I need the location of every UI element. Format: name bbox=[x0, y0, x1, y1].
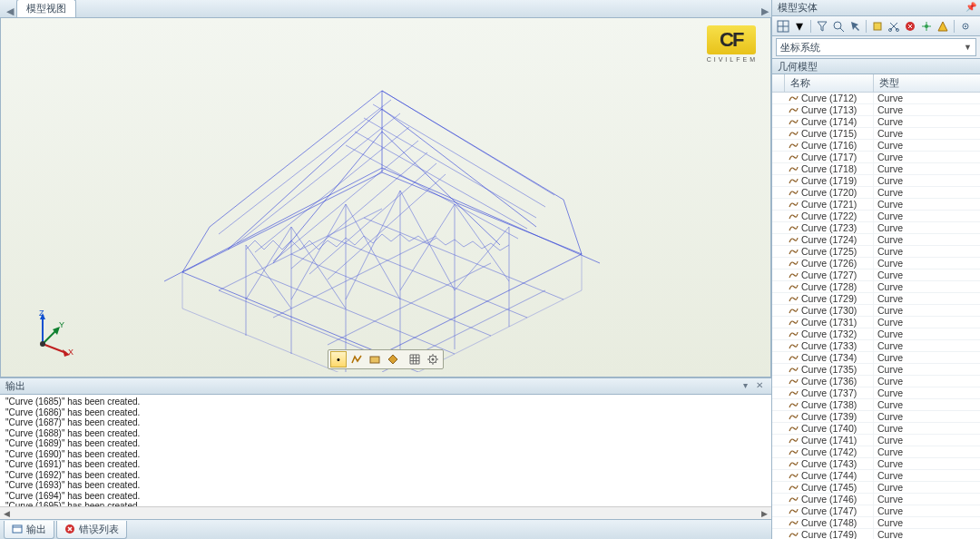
table-row[interactable]: Curve (1720)Curve bbox=[772, 187, 980, 199]
coord-system-dropdown[interactable]: 坐标系统 ▼ bbox=[776, 38, 976, 56]
output-pin-icon[interactable]: ▾ bbox=[739, 380, 751, 393]
geometry-section-header[interactable]: 几何模型 bbox=[772, 58, 980, 74]
table-row[interactable]: Curve (1740)Curve bbox=[772, 423, 980, 435]
entity-type-cell: Curve bbox=[874, 505, 980, 516]
table-row[interactable]: Curve (1722)Curve bbox=[772, 211, 980, 222]
entity-type-cell: Curve bbox=[874, 104, 980, 115]
entity-panel-pin-icon[interactable]: 📌 bbox=[965, 2, 976, 12]
table-row[interactable]: Curve (1745)Curve bbox=[772, 482, 980, 494]
table-row[interactable]: Curve (1734)Curve bbox=[772, 352, 980, 364]
toolbar-delete-icon[interactable] bbox=[903, 19, 917, 34]
toolbar-grid-icon[interactable] bbox=[776, 19, 790, 34]
svg-line-10 bbox=[355, 132, 527, 229]
svg-line-27 bbox=[455, 227, 509, 290]
tab-prev-arrow[interactable]: ◀ bbox=[4, 5, 16, 17]
entity-name-text: Curve (1718) bbox=[801, 163, 857, 174]
toolbar-select-icon[interactable] bbox=[848, 19, 862, 34]
curve-icon bbox=[789, 470, 799, 481]
toolbar-warn-icon[interactable] bbox=[936, 19, 950, 34]
output-hscroll[interactable]: ◀ ▶ bbox=[0, 506, 771, 519]
table-row[interactable]: Curve (1736)Curve bbox=[772, 376, 980, 387]
entity-name-cell: Curve (1730) bbox=[785, 305, 874, 316]
table-row[interactable]: Curve (1742)Curve bbox=[772, 446, 980, 458]
table-row[interactable]: Curve (1714)Curve bbox=[772, 116, 980, 128]
entity-name-cell: Curve (1717) bbox=[785, 152, 874, 162]
curve-icon bbox=[789, 340, 799, 351]
table-row[interactable]: Curve (1721)Curve bbox=[772, 199, 980, 211]
table-row[interactable]: Curve (1739)Curve bbox=[772, 411, 980, 423]
entity-type-cell: Curve bbox=[874, 128, 980, 139]
column-name[interactable]: 名称 bbox=[785, 74, 874, 92]
toolbar-filter-icon[interactable] bbox=[815, 19, 829, 34]
view-mode-settings[interactable] bbox=[425, 351, 441, 368]
table-row[interactable]: Curve (1743)Curve bbox=[772, 458, 980, 470]
toolbar-node-icon[interactable] bbox=[919, 19, 934, 34]
toolbar-search-icon[interactable] bbox=[831, 19, 846, 34]
output-log[interactable]: "Curve (1685)" has been created."Curve (… bbox=[0, 395, 771, 506]
curve-icon bbox=[789, 505, 799, 516]
table-row[interactable]: Curve (1725)Curve bbox=[772, 246, 980, 258]
table-row[interactable]: Curve (1719)Curve bbox=[772, 175, 980, 187]
table-row[interactable]: Curve (1717)Curve bbox=[772, 152, 980, 163]
entity-name-text: Curve (1734) bbox=[801, 352, 857, 363]
output-line: "Curve (1694)" has been created. bbox=[5, 491, 766, 502]
toolbar-settings-icon[interactable] bbox=[958, 19, 973, 34]
tab-next-arrow[interactable]: ▶ bbox=[759, 5, 771, 17]
svg-line-20 bbox=[291, 227, 346, 309]
model-viewport[interactable]: CF CIVILFEM bbox=[0, 18, 771, 377]
table-row[interactable]: Curve (1728)Curve bbox=[772, 281, 980, 293]
table-row[interactable]: Curve (1730)Curve bbox=[772, 305, 980, 317]
toolbar-dropdown-icon[interactable]: ▾ bbox=[792, 19, 807, 34]
curve-icon bbox=[789, 423, 799, 434]
entity-name-cell: Curve (1741) bbox=[785, 435, 874, 446]
table-row[interactable]: Curve (1733)Curve bbox=[772, 340, 980, 352]
entity-name-cell: Curve (1728) bbox=[785, 281, 874, 292]
table-row[interactable]: Curve (1723)Curve bbox=[772, 222, 980, 234]
table-row[interactable]: Curve (1726)Curve bbox=[772, 258, 980, 270]
table-row[interactable]: Curve (1748)Curve bbox=[772, 517, 980, 529]
table-row[interactable]: Curve (1724)Curve bbox=[772, 234, 980, 246]
view-mode-shaded[interactable] bbox=[385, 351, 401, 368]
table-row[interactable]: Curve (1741)Curve bbox=[772, 435, 980, 446]
table-row[interactable]: Curve (1746)Curve bbox=[772, 494, 980, 505]
table-row[interactable]: Curve (1737)Curve bbox=[772, 387, 980, 399]
view-mode-hidden-line[interactable] bbox=[367, 351, 383, 368]
table-row[interactable]: Curve (1732)Curve bbox=[772, 328, 980, 340]
table-row[interactable]: Curve (1718)Curve bbox=[772, 163, 980, 175]
table-row[interactable]: Curve (1727)Curve bbox=[772, 270, 980, 281]
table-row[interactable]: Curve (1712)Curve bbox=[772, 93, 980, 104]
entity-name-cell: Curve (1732) bbox=[785, 328, 874, 339]
toolbar-cut-icon[interactable] bbox=[887, 19, 901, 34]
table-row[interactable]: Curve (1716)Curve bbox=[772, 140, 980, 152]
table-row[interactable]: Curve (1747)Curve bbox=[772, 505, 980, 517]
output-close-icon[interactable]: ✕ bbox=[753, 380, 766, 393]
entity-type-cell: Curve bbox=[874, 458, 980, 469]
view-mode-wireframe[interactable] bbox=[348, 351, 365, 368]
table-row[interactable]: Curve (1713)Curve bbox=[772, 104, 980, 116]
table-row[interactable]: Curve (1715)Curve bbox=[772, 128, 980, 140]
curve-icon bbox=[789, 199, 799, 210]
toolbar-highlight-icon[interactable] bbox=[870, 19, 885, 34]
tab-output[interactable]: 输出 bbox=[4, 521, 54, 539]
entity-name-text: Curve (1741) bbox=[801, 435, 857, 446]
table-row[interactable]: Curve (1729)Curve bbox=[772, 293, 980, 305]
entity-name-text: Curve (1738) bbox=[801, 399, 857, 410]
entity-type-cell: Curve bbox=[874, 93, 980, 103]
entity-type-cell: Curve bbox=[874, 446, 980, 457]
output-panel: 输出 ▾ ✕ "Curve (1685)" has been created."… bbox=[0, 377, 771, 539]
table-row[interactable]: Curve (1738)Curve bbox=[772, 399, 980, 411]
table-row[interactable]: Curve (1735)Curve bbox=[772, 364, 980, 376]
entity-type-cell: Curve bbox=[874, 517, 980, 528]
view-mode-grid[interactable] bbox=[407, 351, 423, 368]
view-mode-point[interactable]: • bbox=[330, 351, 347, 368]
table-row[interactable]: Curve (1744)Curve bbox=[772, 470, 980, 482]
table-row[interactable]: Curve (1731)Curve bbox=[772, 317, 980, 328]
table-row[interactable]: Curve (1749)Curve bbox=[772, 529, 980, 539]
entity-table[interactable]: 名称 类型 Curve (1712)CurveCurve (1713)Curve… bbox=[772, 74, 980, 539]
tab-error-list[interactable]: 错误列表 bbox=[56, 521, 127, 539]
column-type[interactable]: 类型 bbox=[874, 74, 980, 92]
entity-type-cell: Curve bbox=[874, 270, 980, 280]
curve-icon bbox=[789, 222, 799, 233]
tab-model-view[interactable]: 模型视图 bbox=[16, 0, 76, 17]
svg-point-66 bbox=[965, 25, 966, 27]
